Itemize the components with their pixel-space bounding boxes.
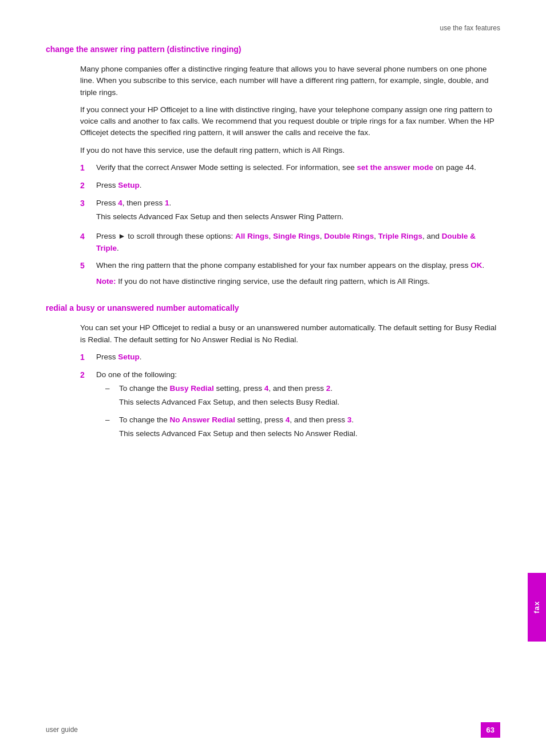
step-3-sub: This selects Advanced Fax Setup and then…	[96, 211, 500, 223]
section2-title: redial a busy or unanswered number autom…	[46, 302, 500, 314]
note-label: Note:	[96, 277, 116, 286]
section2-step-2-subitems: – To change the Busy Redial setting, pre…	[105, 383, 500, 442]
section1-para1: Many phone companies offer a distinctive…	[80, 64, 500, 98]
dash-1-bold1: 4	[264, 384, 269, 393]
footer-page-number: 63	[481, 722, 500, 738]
step-1: 1 Verify that the correct Answer Mode se…	[80, 162, 500, 174]
section-redial: redial a busy or unanswered number autom…	[46, 302, 500, 448]
section1-title: change the answer ring pattern (distinct…	[46, 43, 500, 56]
step-3-number: 3	[80, 197, 96, 209]
step-3-bold1: 4	[118, 199, 122, 207]
footer-label: user guide	[46, 725, 78, 735]
step-4-link-tripleringsrings[interactable]: Triple Rings	[378, 232, 422, 240]
section1-para2: If you connect your HP Officejet to a li…	[80, 104, 500, 139]
section1-content: Many phone companies offer a distinctive…	[80, 64, 500, 287]
step-4: 4 Press ► to scroll through these option…	[80, 231, 500, 254]
footer: user guide 63	[46, 722, 500, 738]
step-4-link-singleringsrings[interactable]: Single Rings	[273, 232, 320, 240]
step-4-number: 4	[80, 231, 96, 243]
page: use the fax features change the answer r…	[0, 0, 546, 756]
step-5-number: 5	[80, 260, 96, 272]
section2-para: You can set your HP Officejet to redial …	[80, 322, 500, 346]
step-3-main: Press 4, then press 1.	[96, 197, 500, 209]
step-2-link[interactable]: Setup	[118, 181, 140, 189]
no-answer-redial-link[interactable]: No Answer Redial	[170, 415, 235, 424]
step-2: 2 Press Setup.	[80, 180, 500, 192]
step-3: 3 Press 4, then press 1. This selects Ad…	[80, 197, 500, 225]
dash-1-main: To change the Busy Redial setting, press…	[119, 383, 500, 394]
dash-1: –	[105, 383, 119, 394]
step-5-main: When the ring pattern that the phone com…	[96, 260, 500, 271]
step-1-link[interactable]: set the answer mode	[357, 163, 433, 172]
dash-2-content: To change the No Answer Redial setting, …	[119, 414, 500, 442]
step-4-content: Press ► to scroll through these options:…	[96, 231, 500, 254]
step-5-ok-link[interactable]: OK	[470, 261, 482, 270]
section2-steps: 1 Press Setup. 2 Do one of the following…	[80, 351, 500, 448]
step-1-content: Verify that the correct Answer Mode sett…	[96, 162, 500, 173]
section2-step-1-link[interactable]: Setup	[118, 353, 140, 361]
header-text: use the fax features	[440, 24, 500, 32]
section2-step-2: 2 Do one of the following: – To change t…	[80, 369, 500, 448]
dash-2-bold2: 3	[347, 415, 352, 424]
step-4-link-allrings[interactable]: All Rings	[235, 232, 269, 240]
step-2-content: Press Setup.	[96, 180, 500, 191]
section2-step-1-number: 1	[80, 351, 96, 363]
section2-step-2-main: Do one of the following:	[96, 369, 500, 381]
section2-step-1: 1 Press Setup.	[80, 351, 500, 363]
right-tab-label: fax	[531, 601, 543, 613]
section2-step-2-number: 2	[80, 369, 96, 381]
right-tab-fax: fax	[528, 573, 546, 642]
dash-item-1: – To change the Busy Redial setting, pre…	[105, 383, 500, 411]
step-5-content: When the ring pattern that the phone com…	[96, 260, 500, 288]
dash-1-sub: This selects Advanced Fax Setup, and the…	[119, 397, 500, 408]
section1-steps: 1 Verify that the correct Answer Mode se…	[80, 162, 500, 288]
section2-step-1-content: Press Setup.	[96, 351, 500, 363]
page-header: use the fax features	[46, 23, 500, 33]
step-1-number: 1	[80, 162, 96, 174]
step-3-bold2: 1	[165, 199, 169, 207]
dash-item-2: – To change the No Answer Redial setting…	[105, 414, 500, 442]
dash-2-sub: This selects Advanced Fax Setup and then…	[119, 428, 500, 440]
dash-1-content: To change the Busy Redial setting, press…	[119, 383, 500, 411]
section2-content: You can set your HP Officejet to redial …	[80, 322, 500, 448]
section1-para3: If you do not have this service, use the…	[80, 145, 500, 156]
busy-redial-link[interactable]: Busy Redial	[170, 384, 214, 393]
section-change-ring-pattern: change the answer ring pattern (distinct…	[46, 43, 500, 287]
step-5: 5 When the ring pattern that the phone c…	[80, 260, 500, 288]
step-3-content: Press 4, then press 1. This selects Adva…	[96, 197, 500, 225]
dash-1-bold2: 2	[326, 384, 331, 393]
dash-2-bold1: 4	[286, 415, 290, 424]
dash-2: –	[105, 414, 119, 426]
step-2-number: 2	[80, 180, 96, 192]
dash-2-main: To change the No Answer Redial setting, …	[119, 414, 500, 426]
section2-step-2-content: Do one of the following: – To change the…	[96, 369, 500, 448]
step-4-link-doubleringsrings[interactable]: Double Rings	[324, 232, 374, 240]
step-5-note: Note: If you do not have distinctive rin…	[96, 276, 500, 287]
